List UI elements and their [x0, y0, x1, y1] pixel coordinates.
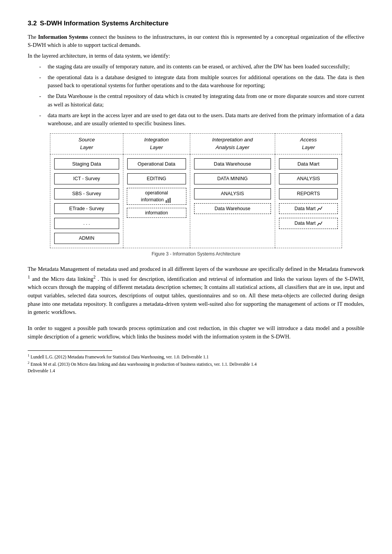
trend-icon-2 — [317, 221, 322, 226]
section-number: 3.2 — [28, 18, 37, 28]
paragraph-metadata: The Metadata Management of metadata used… — [28, 265, 364, 317]
paragraph-1: The Information Systems connect the busi… — [28, 33, 364, 50]
footnote-2: 2 Ennok M et al. (2013) On Micro data li… — [28, 360, 364, 374]
section-title: S-DWH Information Systems Architecture — [40, 18, 169, 28]
paragraph-optimization: In order to suggest a possible path towa… — [28, 324, 364, 341]
svg-rect-0 — [166, 200, 167, 203]
reports-box: REPORTS — [279, 188, 338, 199]
source-column: Staging Data ICT - Survey SBS - Survey E… — [50, 154, 123, 248]
analysis-access-box: ANALYSIS — [279, 173, 338, 184]
list-item-text: data marts are kept in the access layer … — [48, 111, 364, 128]
admin-box: ADMIN — [54, 233, 119, 244]
bullet-list: -the staging data are usually of tempora… — [39, 63, 364, 128]
figure-caption-text: Figure 3 - Information Systems Architect… — [152, 251, 241, 257]
figure-caption: Figure 3 - Information Systems Architect… — [152, 250, 241, 257]
architecture-diagram: SourceLayer IntegrationLayer Interpretat… — [28, 133, 364, 263]
header-source: SourceLayer — [50, 134, 123, 154]
p3-text: The Metadata Management of metadata used… — [28, 266, 364, 272]
p3-rest1: and the Micro data linking — [30, 275, 93, 282]
ellipsis-box: . . . — [54, 218, 119, 229]
interp-col-content: Data Warehouse DATA MINING ANALYSIS Data… — [190, 154, 275, 218]
etrade-survey-box: ETrade - Survey — [54, 203, 119, 214]
p4-text: In order to suggest a possible path towa… — [28, 325, 364, 340]
integration-column: Operational Data EDITING operationalinfo… — [123, 154, 190, 248]
arch-table: SourceLayer IntegrationLayer Interpretat… — [50, 133, 342, 248]
integration-col-content: Operational Data EDITING operationalinfo… — [123, 154, 190, 221]
header-access: AccessLayer — [275, 134, 342, 154]
p1-bold: Information Systems — [38, 34, 88, 40]
sbs-survey-box: SBS - Survey — [54, 188, 119, 199]
spacer — [28, 319, 364, 324]
op-info-inner-box: information — [127, 208, 186, 218]
header-integration: IntegrationLayer — [123, 134, 190, 154]
svg-rect-1 — [168, 199, 169, 203]
dash-icon: - — [39, 63, 46, 71]
trend-icon-1 — [317, 206, 322, 211]
footnote-2-num: 2 — [28, 361, 30, 365]
dash-icon: - — [39, 111, 46, 120]
source-col-content: Staging Data ICT - Survey SBS - Survey E… — [50, 154, 123, 248]
footnote-1-num: 1 — [28, 353, 30, 357]
dash-icon: - — [39, 73, 46, 82]
section-heading: 3.2 S-DWH Information Systems Architectu… — [28, 18, 364, 28]
footnote-1-text: Lundell L.G. (2012) Metadata Framework f… — [30, 354, 209, 359]
dash-icon: - — [39, 92, 46, 101]
data-mining-box: DATA MINING — [194, 173, 271, 184]
list-item: -the Data Warehouse is the central repos… — [39, 92, 364, 109]
svg-rect-2 — [169, 198, 171, 203]
operational-data-box: Operational Data — [127, 158, 186, 170]
access-col-content: Data Mart ANALYSIS REPORTS Data Mart Dat… — [275, 154, 342, 233]
data-mart-top-box: Data Mart — [279, 158, 338, 170]
paragraph-2: In the layered architecture, in terms of… — [28, 52, 364, 60]
dw-top-box: Data Warehouse — [194, 158, 271, 170]
list-item-text: the operational data is a database desig… — [48, 73, 364, 90]
data-mart-2-box: Data Mart — [279, 218, 338, 229]
ict-survey-box: ICT - Survey — [54, 173, 119, 184]
list-item: -data marts are kept in the access layer… — [39, 111, 364, 128]
list-item: -the operational data is a database desi… — [39, 73, 364, 90]
footnote-1: 1 Lundell L.G. (2012) Metadata Framework… — [28, 353, 364, 360]
analysis-box: ANALYSIS — [194, 188, 271, 199]
bar-chart-icon — [165, 197, 172, 203]
editing-box: EDITING — [127, 173, 186, 184]
list-item-text: the Data Warehouse is the central reposi… — [48, 92, 364, 109]
interpretation-column: Data Warehouse DATA MINING ANALYSIS Data… — [190, 154, 275, 248]
staging-data-box: Staging Data — [54, 158, 119, 170]
op-info-box: operationalinformation — [127, 188, 186, 205]
footnote-2-text: Ennok M et al. (2013) On Micro data link… — [30, 362, 256, 366]
data-mart-1-box: Data Mart — [279, 203, 338, 214]
header-interpretation: Interpretation andAnalysis Layer — [190, 134, 275, 154]
dw-bottom-box: Data Warehouse — [194, 203, 271, 214]
footnote-2-deliverable: Deliverable 1.4 — [28, 368, 55, 373]
list-item: -the staging data are usually of tempora… — [39, 63, 364, 71]
list-item-text: the staging data are usually of temporar… — [48, 63, 350, 71]
access-column: Data Mart ANALYSIS REPORTS Data Mart Dat… — [275, 154, 342, 248]
p1-prefix: The — [28, 34, 38, 40]
footnote-separator — [28, 350, 112, 351]
